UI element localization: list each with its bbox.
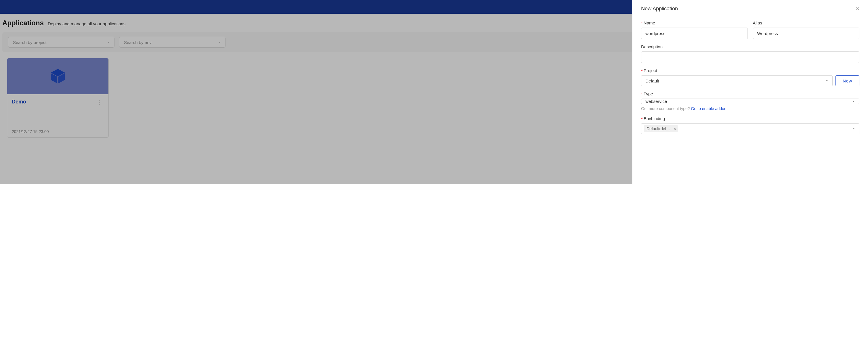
alias-input[interactable] — [753, 28, 860, 39]
envbinding-tag: Default(default) ✕ — [644, 125, 678, 132]
chevron-down-icon — [851, 127, 856, 131]
type-select-value: webservice — [645, 99, 667, 104]
new-application-drawer: New Application ✕ *Name Alias Descriptio… — [632, 0, 868, 184]
type-hint-text: Get more component type? — [641, 106, 691, 111]
close-icon[interactable]: ✕ — [856, 6, 859, 11]
name-input[interactable] — [641, 28, 748, 39]
chevron-down-icon — [825, 79, 829, 83]
envbinding-label: *Envbinding — [641, 116, 859, 121]
project-select-value: Default — [645, 78, 659, 83]
type-hint: Get more component type? Go to enable ad… — [641, 106, 859, 111]
description-label: Description — [641, 44, 859, 49]
description-input[interactable] — [641, 51, 859, 63]
name-label: *Name — [641, 21, 748, 25]
tag-remove-icon[interactable]: ✕ — [673, 127, 677, 131]
app-wrapper: Applications Deploy and manage all your … — [0, 0, 868, 184]
envbinding-select[interactable]: Default(default) ✕ — [641, 123, 859, 134]
new-project-button[interactable]: New — [836, 75, 859, 86]
drawer-title: New Application — [641, 6, 678, 12]
type-select[interactable]: webservice — [641, 99, 859, 104]
type-label: *Type — [641, 92, 859, 96]
project-select[interactable]: Default — [641, 75, 833, 86]
chevron-down-icon — [851, 99, 856, 103]
enable-addon-link[interactable]: Go to enable addon — [691, 106, 726, 111]
alias-label: Alias — [753, 21, 860, 25]
project-label: *Project — [641, 68, 859, 73]
envbinding-tag-label: Default(default) — [647, 127, 672, 131]
